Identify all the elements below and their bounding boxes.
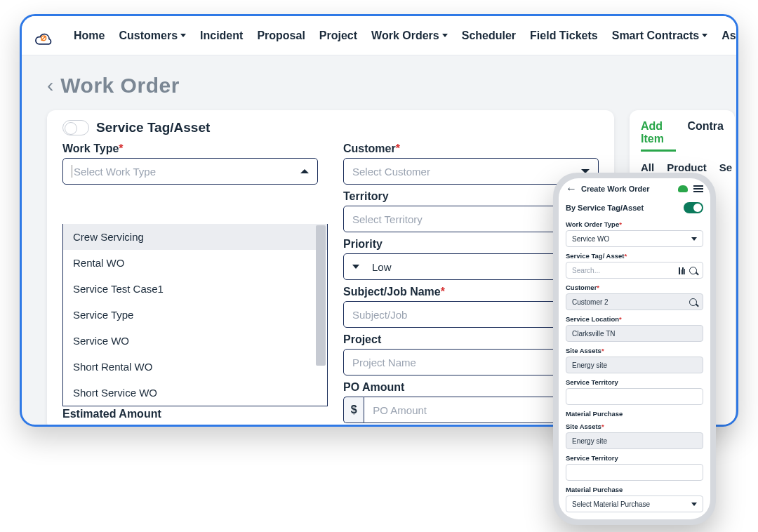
nav-item-label: Project: [319, 29, 357, 42]
nav-item-label: Work Orders: [371, 29, 439, 42]
chevron-down-icon: [180, 34, 186, 37]
nav-item-field-tickets[interactable]: Field Tickets: [523, 24, 605, 48]
app-logo: [30, 22, 55, 50]
scrollbar-thumb[interactable]: [316, 225, 326, 366]
back-chevron-icon[interactable]: ‹: [47, 76, 53, 95]
side-tabs-top: Add Item Contra: [641, 117, 724, 152]
phone-site-assets-input-2[interactable]: Energy site: [566, 432, 703, 449]
select-cursor: Select Work Type: [72, 165, 156, 178]
nav-item-label: Smart Contracts: [612, 29, 699, 42]
phone-toggle-label: By Service Tag/Asset: [566, 204, 644, 212]
work-type-option[interactable]: Service Test Case1: [63, 276, 327, 302]
nav-item-work-orders[interactable]: Work Orders: [364, 24, 455, 48]
nav-item-label: Scheduler: [462, 29, 516, 42]
search-icon[interactable]: [689, 298, 697, 306]
nav-item-customers[interactable]: Customers: [112, 24, 193, 48]
chevron-down-icon: [691, 237, 697, 241]
phone-wot-field: Work Order Type* Service WO: [566, 220, 703, 247]
phone-toggle-row: By Service Tag/Asset: [559, 199, 710, 220]
work-type-option[interactable]: Service Type: [63, 302, 327, 328]
phone-back-arrow-icon[interactable]: ←: [566, 183, 577, 194]
page-title: Work Order: [60, 74, 180, 98]
side-tab-contracts[interactable]: Contra: [687, 120, 724, 152]
phone-material-purchase-select[interactable]: Select Material Purchase: [566, 496, 703, 512]
phone-wot-select[interactable]: Service WO: [566, 230, 703, 247]
nav-item-proposal[interactable]: Proposal: [250, 24, 312, 48]
phone-sta-field: Service Tag/ Asset* Search...: [566, 252, 703, 279]
nav-item-label: Proposal: [257, 29, 305, 42]
cloud-sync-icon[interactable]: [678, 185, 688, 192]
nav-item-home[interactable]: Home: [67, 24, 112, 48]
service-tag-toggle-row: Service Tag/Asset: [62, 120, 599, 135]
phone-territory-input-1[interactable]: [566, 388, 703, 405]
work-type-field: Work Type* Select Work Type: [62, 142, 318, 185]
side-sub-tab-services[interactable]: Se: [719, 161, 732, 178]
phone-header-title: Create Work Order: [581, 185, 650, 193]
phone-location-field: Service Location* Clarksville TN: [566, 315, 703, 342]
phone-material-purchase-field-2: Material Purchase Select Material Purcha…: [566, 486, 703, 512]
work-type-dropdown-popup: Crew ServicingRental WOService Test Case…: [62, 224, 328, 406]
phone-form: Work Order Type* Service WO Service Tag/…: [559, 220, 710, 512]
menu-icon[interactable]: [693, 185, 703, 192]
chevron-down-icon: [442, 34, 448, 37]
work-type-label: Work Type*: [62, 142, 318, 155]
dropdown-scrollbar[interactable]: [316, 225, 326, 404]
estimated-amount-label: Estimated Amount: [62, 408, 318, 420]
work-type-option[interactable]: Crew Servicing: [63, 224, 327, 250]
phone-site-assets-field-2: Site Assets* Energy site: [566, 423, 703, 449]
nav-item-label: Field Tickets: [530, 29, 598, 42]
work-type-option[interactable]: Rental WO: [63, 250, 327, 276]
page-header: ‹ Work Order: [47, 74, 722, 98]
nav-item-label: Customers: [119, 29, 178, 42]
customer-label: Customer*: [343, 142, 599, 155]
nav-item-incident[interactable]: Incident: [193, 24, 250, 48]
work-type-option[interactable]: Service WO: [63, 328, 327, 354]
phone-territory-input-2[interactable]: [566, 464, 703, 481]
phone-sta-input[interactable]: Search...: [566, 262, 703, 279]
search-icon[interactable]: [689, 267, 697, 274]
phone-site-assets-field-1: Site Assets* Energy site: [566, 347, 703, 373]
nav-item-label: Home: [74, 29, 105, 42]
cloud-logo-icon: [30, 23, 55, 48]
nav-item-assets[interactable]: Assets: [714, 24, 738, 48]
phone-site-assets-input-1[interactable]: Energy site: [566, 357, 703, 373]
phone-mockup: ← Create Work Order By Service Tag/Asset…: [553, 173, 716, 525]
phone-screen: ← Create Work Order By Service Tag/Asset…: [559, 178, 710, 519]
work-type-option[interactable]: Short Service WO: [63, 380, 327, 406]
phone-customer-input[interactable]: Customer 2: [566, 293, 703, 310]
work-type-select[interactable]: Select Work Type: [62, 158, 318, 185]
phone-material-purchase-field-1: Material Purchase: [566, 410, 703, 418]
nav-item-scheduler[interactable]: Scheduler: [455, 24, 523, 48]
barcode-scan-icon[interactable]: [679, 267, 685, 274]
chevron-down-icon: [702, 34, 707, 37]
chevron-down-icon: [691, 503, 697, 506]
phone-customer-field: Customer* Customer 2: [566, 284, 703, 310]
nav-item-label: Assets: [722, 29, 738, 42]
nav-item-project[interactable]: Project: [312, 24, 364, 48]
phone-service-tag-toggle[interactable]: [684, 202, 703, 213]
work-type-option[interactable]: Short Rental WO: [63, 354, 327, 380]
nav-item-label: Incident: [200, 29, 243, 42]
phone-header: ← Create Work Order: [559, 178, 710, 199]
phone-location-input[interactable]: Clarksville TN: [566, 325, 703, 342]
side-tab-add-item[interactable]: Add Item: [641, 120, 676, 152]
phone-territory-field-2: Service Territory: [566, 454, 703, 481]
phone-territory-field-1: Service Territory: [566, 378, 703, 405]
estimated-amount-field: Estimated Amount: [62, 408, 318, 420]
top-navbar: HomeCustomersIncidentProposalProjectWork…: [22, 16, 736, 55]
service-tag-toggle[interactable]: [62, 120, 89, 135]
chevron-down-icon: [352, 265, 359, 269]
service-tag-toggle-label: Service Tag/Asset: [96, 120, 210, 135]
nav-item-smart-contracts[interactable]: Smart Contracts: [605, 24, 714, 48]
nav-list: HomeCustomersIncidentProposalProjectWork…: [67, 24, 738, 48]
currency-prefix: $: [343, 397, 364, 423]
chevron-up-icon: [300, 169, 309, 173]
